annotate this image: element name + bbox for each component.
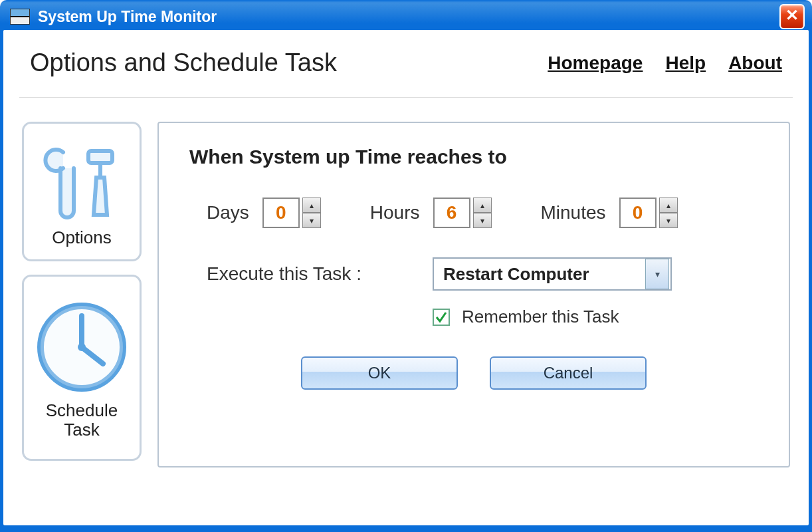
- action-row: OK Cancel: [189, 356, 758, 390]
- sidebar-options-label: Options: [52, 228, 112, 247]
- close-button[interactable]: ✕: [779, 4, 805, 29]
- minutes-label: Minutes: [541, 202, 606, 223]
- ok-button[interactable]: OK: [301, 356, 458, 390]
- dropdown-button[interactable]: ▾: [645, 259, 669, 289]
- minutes-down-button[interactable]: ▾: [659, 213, 678, 228]
- header-links: Homepage Help About: [548, 53, 782, 74]
- divider: [19, 97, 793, 98]
- titlebar[interactable]: System Up Time Monitor ✕: [3, 3, 809, 30]
- help-link[interactable]: Help: [665, 53, 706, 74]
- hours-label: Hours: [370, 202, 420, 223]
- svg-point-5: [78, 343, 86, 351]
- page-title: Options and Schedule Task: [30, 49, 337, 77]
- panel-heading: When System up Time reaches to: [189, 146, 758, 168]
- app-icon: [10, 9, 30, 25]
- sidebar-options-button[interactable]: Options: [22, 122, 142, 261]
- hours-input[interactable]: [433, 198, 470, 228]
- hours-up-button[interactable]: ▴: [473, 198, 492, 213]
- task-selected: Restart Computer: [434, 264, 644, 285]
- window-title: System Up Time Monitor: [38, 8, 217, 26]
- days-input[interactable]: [262, 198, 300, 228]
- cancel-button[interactable]: Cancel: [490, 356, 647, 390]
- remember-label: Remember this Task: [462, 307, 619, 327]
- about-link[interactable]: About: [728, 53, 782, 74]
- hours-down-button[interactable]: ▾: [473, 213, 492, 228]
- minutes-input[interactable]: [619, 198, 657, 228]
- task-label: Execute this Task :: [207, 263, 433, 285]
- minutes-up-button[interactable]: ▴: [659, 198, 678, 213]
- sidebar: Options Schedule Task: [22, 122, 142, 467]
- homepage-link[interactable]: Homepage: [548, 53, 643, 74]
- time-row: Days ▴ ▾ Hours ▴ ▾: [207, 198, 758, 228]
- tools-icon: [42, 138, 122, 224]
- body-row: Options Schedule Task When System up Tim…: [22, 122, 790, 467]
- task-row: Execute this Task : Restart Computer ▾: [207, 257, 758, 291]
- main-panel: When System up Time reaches to Days ▴ ▾ …: [157, 122, 790, 467]
- task-dropdown[interactable]: Restart Computer ▾: [433, 257, 672, 291]
- days-up-button[interactable]: ▴: [302, 198, 321, 213]
- check-icon: [435, 311, 448, 324]
- days-label: Days: [207, 202, 249, 223]
- close-icon: ✕: [785, 6, 799, 24]
- days-spinner: ▴ ▾: [262, 198, 321, 228]
- sidebar-schedule-label: Schedule Task: [46, 401, 118, 439]
- application-window: System Up Time Monitor ✕ Options and Sch…: [0, 0, 812, 532]
- client-area: Options and Schedule Task Homepage Help …: [3, 30, 809, 525]
- remember-row: Remember this Task: [433, 307, 758, 327]
- days-down-button[interactable]: ▾: [302, 213, 321, 228]
- clock-icon: [35, 297, 128, 397]
- minutes-spinner: ▴ ▾: [619, 198, 678, 228]
- chevron-down-icon: ▾: [655, 269, 660, 279]
- hours-spinner: ▴ ▾: [433, 198, 492, 228]
- sidebar-schedule-button[interactable]: Schedule Task: [22, 275, 142, 461]
- header-row: Options and Schedule Task Homepage Help …: [22, 42, 790, 97]
- remember-checkbox[interactable]: [433, 309, 450, 326]
